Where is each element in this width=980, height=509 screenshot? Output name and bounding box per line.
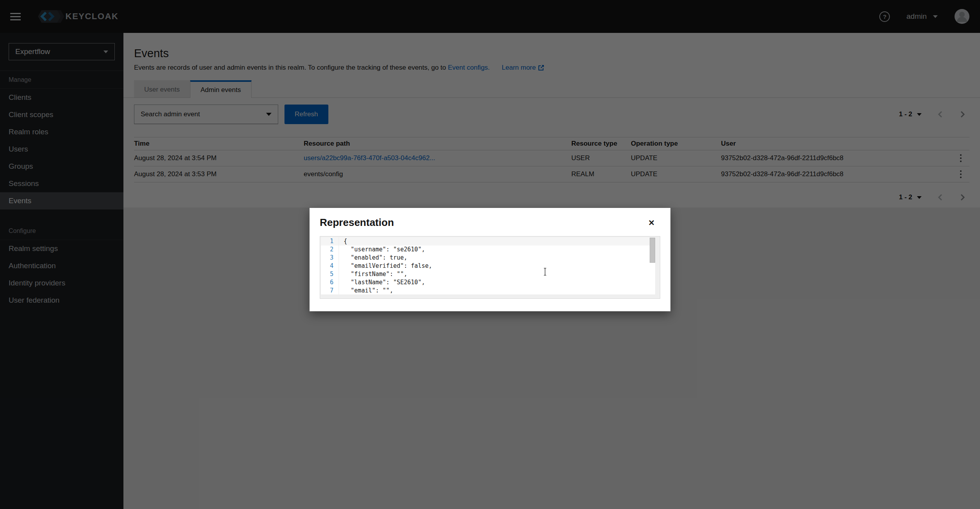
code-line: 6 "lastName": "SE2610", [321, 278, 655, 287]
line-text: { [339, 237, 347, 245]
line-number: 2 [321, 245, 339, 254]
ibeam-cursor [543, 268, 547, 276]
code-line: 3 "enabled": true, [321, 254, 655, 262]
line-text: "username": "se2610", [339, 245, 425, 254]
line-number: 3 [321, 254, 339, 262]
close-icon[interactable]: ✕ [646, 217, 657, 229]
code-line: 4 "emailVerified": false, [321, 262, 655, 270]
code-editor[interactable]: 1 { 2 "username": "se2610", 3 "enabled":… [320, 236, 660, 299]
code-line: 1 { [321, 237, 655, 245]
code-line: 2 "username": "se2610", [321, 245, 655, 254]
line-text: "enabled": true, [339, 254, 408, 262]
code-line: 7 "email": "", [321, 287, 655, 294]
representation-modal: Representation ✕ 1 { 2 "username": "se26… [310, 208, 670, 311]
line-text: "emailVerified": false, [339, 262, 432, 270]
editor-scrollbar-thumb[interactable] [650, 238, 655, 263]
line-text: "firstName": "", [339, 270, 408, 278]
line-number: 1 [321, 237, 339, 245]
line-number: 5 [321, 270, 339, 278]
code-line: 5 "firstName": "", [321, 270, 655, 278]
line-number: 4 [321, 262, 339, 270]
line-number: 7 [321, 287, 339, 294]
line-text: "email": "", [339, 287, 393, 294]
line-number: 6 [321, 278, 339, 287]
modal-title: Representation [320, 217, 394, 229]
line-text: "lastName": "SE2610", [339, 278, 425, 287]
